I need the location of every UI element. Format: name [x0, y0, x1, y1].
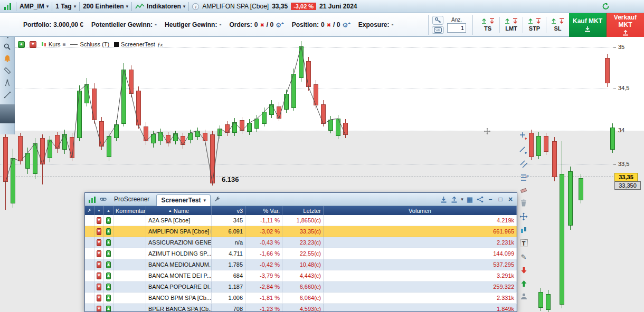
bell-icon[interactable] — [4, 55, 11, 62]
sell-row-button[interactable]: ▼ — [94, 226, 104, 237]
chart-type-icon[interactable] — [520, 227, 527, 233]
position-settings-icon[interactable]: ⚙+ — [342, 21, 350, 29]
table-row[interactable]: ▼ ▲ BANCA POPOLARE DI... 1.187 -2,84 % 6… — [85, 281, 517, 292]
sell-market-button[interactable]: Verkauf MKT — [607, 13, 644, 37]
sell-row-button[interactable]: ▼ — [94, 237, 104, 248]
table-row[interactable]: ▼ ▲ ASSICURAZIONI GENE... n/a -0,43 % 23… — [85, 237, 517, 248]
app-chart-icon[interactable] — [3, 2, 13, 11]
table-row[interactable]: ▼ ▲ BPER BANCA SPA [Cb... 708 -1,23 % 4,… — [85, 304, 517, 311]
buy-arrow-tool-icon[interactable] — [520, 280, 527, 287]
eraser-icon[interactable] — [520, 187, 527, 193]
main-toolbar: AMP_IM▾ 1 Tag▾ 200 Einheiten▾ Indikatore… — [0, 0, 644, 13]
sell-row-button[interactable]: ▼ — [94, 248, 104, 259]
move-icon[interactable] — [519, 212, 528, 221]
buy-row-button[interactable]: ▲ — [104, 237, 113, 248]
units-dropdown[interactable]: 200 Einheiten▾ — [83, 3, 128, 10]
position-stat: Position:0 ✖ / 0 ⚙+ — [292, 21, 351, 29]
import-icon[interactable] — [450, 196, 458, 203]
separator — [79, 2, 80, 11]
tab-screenertest[interactable]: ScreenerTest▾ — [156, 194, 211, 206]
buy-row-button[interactable]: ▲ — [104, 226, 113, 237]
close-series-legend[interactable]: Schluss (T) — [70, 41, 109, 47]
buy-row-button[interactable]: ▲ — [104, 281, 113, 292]
sell-row-button[interactable]: ▼ — [94, 270, 104, 281]
v3-cell: 1.785 — [212, 259, 245, 270]
line-tool-icon[interactable] — [4, 91, 11, 99]
sell-arrow-tool-icon[interactable] — [520, 267, 527, 274]
person-icon[interactable] — [520, 293, 527, 299]
order-type-button[interactable]: SL — [546, 17, 569, 33]
tab-proscreener[interactable]: ProScreener — [110, 194, 154, 204]
close-button[interactable]: × — [507, 195, 514, 203]
header-settings-cell[interactable] — [85, 206, 94, 215]
buy-row-button[interactable]: ▲ — [104, 248, 113, 259]
order-type-button[interactable]: LMT — [499, 17, 523, 33]
minimize-button[interactable]: – — [487, 196, 494, 203]
info-icon[interactable]: i — [192, 3, 199, 10]
trash-icon[interactable] — [520, 199, 527, 207]
wrench-icon[interactable] — [213, 196, 221, 203]
list-icon[interactable]: ≡ — [63, 42, 66, 47]
table-row[interactable]: ▼ ▲ BANCO BPM SPA [Cb... 1.006 -1,81 % 6… — [85, 292, 517, 304]
parallel-lines-icon[interactable] — [520, 160, 528, 168]
screener-series-legend[interactable]: ScreenerTest ƒx — [114, 41, 163, 47]
zoom-icon[interactable] — [4, 43, 11, 50]
volume-cell: 144.099 — [324, 248, 517, 259]
price-tick-label: 34 — [618, 127, 624, 133]
buy-market-button[interactable]: Kauf MKT — [569, 13, 607, 37]
sell-row-button[interactable]: ▼ — [94, 259, 104, 270]
cancel-orders-icon[interactable]: ✖ — [260, 22, 264, 28]
indicators-dropdown[interactable]: Indikatoren▾ — [135, 3, 185, 10]
pencil-icon[interactable]: ✎ — [521, 253, 527, 261]
fibonacci-icon[interactable]: F — [520, 174, 527, 181]
quick-sell-button[interactable]: ▼ — [30, 41, 36, 48]
refresh-icon[interactable] — [601, 2, 610, 11]
col-v3[interactable]: v3 — [212, 206, 245, 215]
table-row[interactable]: ▼ ▲ AZIMUT HOLDING SP... 4.711 -1,66 % 2… — [85, 248, 517, 259]
table-row[interactable]: ▼ ▲ BANCA MONTE DEI P... 684 -3,79 % 4,4… — [85, 270, 517, 281]
buy-row-button[interactable]: ▲ — [104, 259, 113, 270]
order-type-button[interactable]: STP — [523, 17, 546, 33]
text-tool-icon[interactable]: T — [520, 239, 528, 247]
orders-settings-icon[interactable]: ⚙+ — [276, 21, 283, 29]
buy-row-button[interactable]: ▲ — [104, 270, 113, 281]
buy-arrow-icon: ▲ — [106, 306, 111, 312]
table-icon[interactable]: ▦ — [466, 195, 473, 204]
export-icon[interactable] — [440, 196, 448, 203]
share-icon[interactable] — [476, 196, 484, 203]
crosshair-plus-icon[interactable] — [519, 132, 528, 140]
col-volumen[interactable]: Volumen — [324, 206, 517, 215]
candle-body — [33, 143, 37, 174]
buy-row-button[interactable]: ▲ — [104, 215, 113, 226]
trendline-plus-icon[interactable] — [519, 146, 528, 154]
maximize-button[interactable]: □ — [497, 196, 504, 203]
col-name[interactable]: ▲ Name — [146, 206, 212, 215]
col-letzter[interactable]: Letzter — [282, 206, 324, 215]
symbol-dropdown[interactable]: AMP_IM▾ — [20, 3, 49, 10]
link-icon[interactable] — [99, 196, 107, 203]
series-color-swatch — [114, 42, 119, 47]
sell-row-button[interactable]: ▼ — [94, 215, 104, 226]
ruler-icon[interactable] — [4, 67, 11, 74]
quick-buy-button[interactable]: ▲ — [18, 41, 25, 48]
table-row[interactable]: ▼ ▲ AMPLIFON SPA [Cboe]i 6.091 -3,02 % 3… — [85, 226, 517, 237]
sell-row-button[interactable]: ▼ — [94, 281, 104, 292]
screener-chart-icon[interactable] — [88, 196, 97, 203]
compass-icon[interactable] — [4, 79, 11, 86]
order-type-button[interactable]: TS — [476, 17, 499, 33]
sell-row-button[interactable]: ▼ — [94, 292, 104, 304]
col-kommentar[interactable]: Kommentar — [113, 206, 146, 215]
table-row[interactable]: ▼ ▲ BANCA MEDIOLANUM... 1.785 -0,42 % 10… — [85, 259, 517, 270]
close-position-icon[interactable]: ✖ — [327, 22, 331, 28]
quantity-input[interactable] — [447, 23, 466, 33]
timeframe-dropdown[interactable]: 1 Tag▾ — [55, 3, 76, 10]
keyboard-icon[interactable] — [432, 26, 444, 34]
table-row[interactable]: ▼ ▲ A2A SPA [Cboe] 345 -1,11 % 1,8650(c)… — [85, 215, 517, 226]
col-var[interactable]: % Var. — [245, 206, 282, 215]
buy-row-button[interactable]: ▲ — [104, 304, 113, 311]
chevron-down-icon[interactable]: ▾ — [461, 197, 463, 202]
sell-row-button[interactable]: ▼ — [94, 304, 104, 311]
buy-row-button[interactable]: ▲ — [104, 292, 113, 304]
key-icon[interactable] — [432, 16, 443, 25]
price-series-legend[interactable]: Kurs ≡ — [41, 41, 65, 47]
